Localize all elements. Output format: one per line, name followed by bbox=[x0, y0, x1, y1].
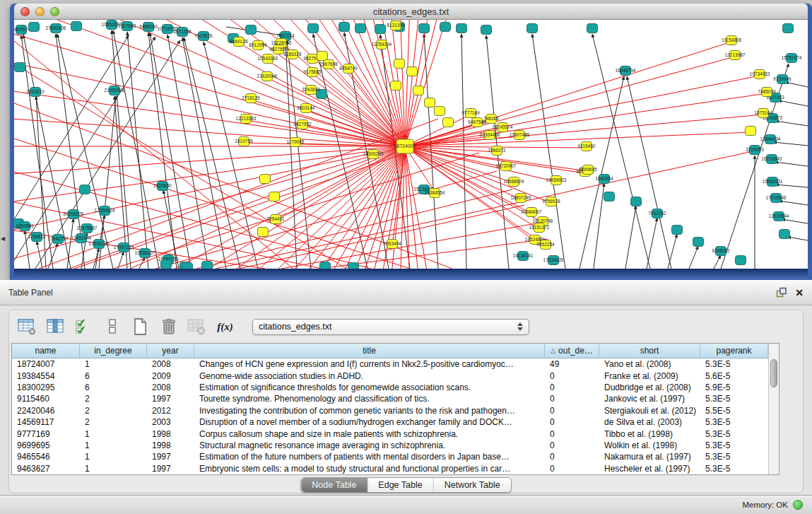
graph-node-teal[interactable] bbox=[348, 263, 359, 269]
table-cell: 0 bbox=[545, 371, 599, 381]
table-row[interactable]: 1830029562008Estimation of significance … bbox=[12, 382, 779, 393]
graph-node-teal[interactable] bbox=[80, 185, 90, 194]
graph-node-teal[interactable] bbox=[779, 230, 790, 239]
graph-node-teal[interactable] bbox=[71, 22, 82, 31]
graph-node-label: 746266 bbox=[483, 116, 499, 121]
graph-node-teal[interactable] bbox=[355, 24, 366, 33]
graph-node-teal[interactable] bbox=[308, 24, 319, 33]
graph-node-teal[interactable] bbox=[375, 25, 386, 34]
table-panel: Table Panel ✕ bbox=[0, 280, 812, 514]
graph-node-yellow[interactable] bbox=[269, 192, 280, 201]
graph-node-label: 1640954 bbox=[595, 176, 613, 181]
graph-node-yellow[interactable] bbox=[435, 107, 445, 116]
graph-node-teal[interactable] bbox=[15, 63, 25, 72]
network-canvas[interactable]: 9405574276914061065328715276026486160107… bbox=[14, 20, 808, 269]
graph-node-teal[interactable] bbox=[587, 24, 598, 33]
table-row[interactable]: 1872400712008Changes of HCN gene express… bbox=[12, 358, 779, 370]
float-panel-icon[interactable] bbox=[776, 287, 787, 298]
graph-node-yellow[interactable] bbox=[746, 127, 756, 136]
memory-ok-indicator[interactable] bbox=[793, 500, 803, 510]
table-row[interactable]: 946362711997Embryonic stem cells: a mode… bbox=[12, 463, 779, 474]
table-type-tabs: Node TableEdge TableNetwork Table bbox=[300, 477, 511, 493]
graph-node-teal[interactable] bbox=[631, 197, 642, 206]
table-cell: 0 bbox=[545, 440, 599, 450]
panel-collapse-arrow[interactable]: ◀ bbox=[1, 235, 5, 242]
graph-node-yellow[interactable] bbox=[413, 86, 424, 95]
table-settings-icon[interactable] bbox=[18, 317, 37, 336]
graph-node-label: 8131304 bbox=[387, 23, 405, 28]
graph-node-yellow[interactable] bbox=[425, 98, 435, 107]
graph-node-yellow[interactable] bbox=[260, 175, 271, 184]
column-header-name[interactable]: name bbox=[12, 344, 80, 358]
window-title: citations_edges.txt bbox=[14, 6, 808, 17]
tab-node-table[interactable]: Node Table bbox=[301, 478, 367, 492]
window-titlebar[interactable]: citations_edges.txt bbox=[14, 4, 808, 20]
graph-node-teal[interactable] bbox=[527, 24, 538, 33]
create-new-table-icon[interactable] bbox=[131, 317, 150, 336]
table-row[interactable]: 1938455462009Genome-wide association stu… bbox=[12, 370, 779, 381]
network-graph[interactable]: 9405574276914061065328715276026486160107… bbox=[14, 20, 808, 269]
tab-network-table[interactable]: Network Table bbox=[433, 478, 511, 492]
graph-node-teal[interactable] bbox=[693, 238, 704, 247]
table-cell: 0 bbox=[545, 429, 599, 439]
table-cell: 5.3E-5 bbox=[700, 464, 768, 474]
graph-node-teal[interactable] bbox=[182, 263, 193, 269]
column-header-short[interactable]: short bbox=[599, 344, 700, 358]
graph-node-teal[interactable] bbox=[783, 24, 794, 33]
table-row[interactable]: 2242004622012Investigating the contribut… bbox=[12, 405, 779, 416]
table-row[interactable]: 969969511998Structural magnetic resonanc… bbox=[12, 440, 779, 451]
column-visibility-icon[interactable] bbox=[46, 317, 65, 336]
table-source-dropdown[interactable]: citations_edges.txt bbox=[252, 319, 529, 335]
column-header-pagerank[interactable]: pagerank bbox=[700, 344, 768, 358]
table-vertical-scrollbar[interactable] bbox=[768, 344, 779, 474]
scrollbar-thumb[interactable] bbox=[770, 359, 777, 387]
graph-node-label: 3242848 bbox=[302, 87, 320, 92]
table-row[interactable]: 977716911998Corpus callosum shape and si… bbox=[12, 428, 779, 439]
tab-edge-table[interactable]: Edge Table bbox=[367, 478, 433, 492]
graph-node-teal[interactable] bbox=[29, 23, 40, 32]
column-header-out_de[interactable]: △out_de… bbox=[545, 344, 599, 358]
graph-node-label: 7485039 bbox=[758, 89, 776, 94]
graph-node-yellow[interactable] bbox=[443, 118, 454, 127]
table-cell: Disruption of a novel member of a sodium… bbox=[194, 417, 545, 427]
table-cell: 18300295 bbox=[12, 382, 80, 392]
table-cell: 2 bbox=[80, 394, 147, 404]
graph-node-label: 9129946 bbox=[773, 76, 792, 81]
table-panel-body: f(x) citations_edges.txt namein_degreeye… bbox=[8, 310, 804, 493]
table-cell: 2 bbox=[80, 406, 147, 416]
column-header-year[interactable]: year bbox=[147, 344, 194, 358]
graph-node-teal[interactable] bbox=[672, 226, 683, 235]
graph-node-teal[interactable] bbox=[246, 25, 257, 35]
graph-node-yellow[interactable] bbox=[258, 228, 269, 237]
graph-node-teal[interactable] bbox=[202, 262, 213, 269]
graph-node-teal[interactable] bbox=[736, 256, 746, 265]
table-row[interactable]: 911546021997Tourette syndrome. Phenomeno… bbox=[12, 393, 779, 404]
graph-node-label: 9652254 bbox=[536, 242, 555, 247]
close-panel-icon[interactable]: ✕ bbox=[795, 287, 804, 298]
graph-node-yellow[interactable] bbox=[317, 52, 328, 61]
graph-node-yellow[interactable] bbox=[394, 59, 405, 69]
zoom-window-button[interactable] bbox=[50, 7, 59, 16]
table-row[interactable]: 1456911722003Disruption of a novel membe… bbox=[12, 416, 779, 428]
column-header-in_degree[interactable]: in_degree bbox=[80, 344, 147, 358]
graph-node-yellow[interactable] bbox=[391, 81, 401, 90]
graph-node-teal[interactable] bbox=[481, 25, 492, 35]
close-window-button[interactable] bbox=[20, 7, 30, 16]
window-controls bbox=[14, 7, 59, 16]
function-builder-icon[interactable]: f(x) bbox=[216, 317, 235, 336]
minimize-window-button[interactable] bbox=[35, 7, 45, 16]
row-selection-icon[interactable] bbox=[74, 317, 93, 336]
column-header-title[interactable]: title bbox=[194, 344, 545, 358]
graph-node-teal[interactable] bbox=[161, 260, 172, 269]
graph-node-teal[interactable] bbox=[339, 23, 350, 32]
graph-node-teal[interactable] bbox=[419, 24, 430, 33]
graph-node-yellow[interactable] bbox=[407, 67, 418, 76]
delete-table-icon[interactable] bbox=[159, 317, 178, 336]
graph-node-teal[interactable] bbox=[440, 23, 451, 32]
row-height-icon[interactable] bbox=[102, 317, 122, 336]
graph-node-teal[interactable] bbox=[604, 192, 615, 201]
graph-node-teal[interactable] bbox=[457, 24, 467, 33]
table-row[interactable]: 946554611997Estimation of the future num… bbox=[12, 451, 779, 462]
graph-node-teal[interactable] bbox=[320, 262, 331, 269]
graph-node-label: 17210646 bbox=[766, 195, 787, 200]
